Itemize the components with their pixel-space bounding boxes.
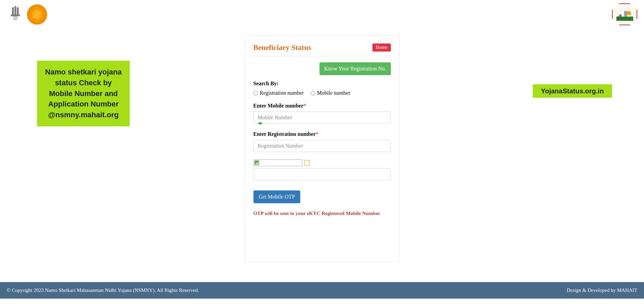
mobile-field-group: Enter Mobile number*	[253, 103, 391, 124]
svg-point-9	[627, 11, 631, 15]
svg-point-10	[618, 17, 619, 19]
registration-label: Enter Registration number*	[253, 131, 391, 137]
maharashtra-seal-icon	[27, 4, 47, 25]
know-registration-row: Know Your Registration No.	[253, 62, 391, 75]
registration-field-group: Enter Registration number*	[253, 131, 391, 152]
scheme-logo-icon	[612, 3, 637, 25]
right-banner-text: YojanaStatus.org.in	[541, 87, 604, 95]
get-otp-button[interactable]: Get Mobile OTP	[253, 190, 301, 203]
mobile-radio[interactable]	[311, 91, 315, 95]
mobile-radio-label: Mobile number	[317, 90, 350, 96]
mobile-label: Enter Mobile number*	[253, 103, 391, 109]
svg-rect-2	[14, 6, 16, 15]
page-footer: © Copyright 2023 Namo Shetkari Mahasanma…	[0, 282, 644, 299]
know-registration-button[interactable]: Know Your Registration No.	[319, 62, 391, 75]
registration-number-input[interactable]	[253, 140, 391, 152]
broken-image-icon	[254, 160, 259, 165]
india-emblem-icon	[7, 3, 24, 25]
registration-radio-label: Registration number	[260, 90, 304, 96]
card-header: Beneficiary Status Home	[253, 43, 391, 56]
captcha-image-row	[253, 159, 391, 166]
captcha-refresh-icon[interactable]	[304, 160, 310, 165]
left-info-banner: Namo shetkari yojana status Check by Mob…	[37, 61, 130, 126]
beneficiary-status-card: Beneficiary Status Home Know Your Regist…	[245, 35, 400, 262]
mobile-input-wrap	[253, 112, 391, 124]
otp-info-note: OTP will be sent to your eKYC Registered…	[253, 211, 391, 216]
header-left-logos	[7, 3, 47, 25]
page-header	[0, 0, 644, 29]
validation-indicator-icon	[258, 122, 262, 124]
captcha-input-row	[253, 168, 391, 180]
registration-radio[interactable]	[253, 91, 258, 95]
left-banner-text: Namo shetkari yojana status Check by Mob…	[44, 67, 123, 120]
footer-copyright: © Copyright 2023 Namo Shetkari Mahasanma…	[7, 287, 199, 293]
svg-rect-8	[624, 11, 627, 17]
registration-label-text: Enter Registration number	[253, 131, 316, 137]
search-by-radio-group: Registration number Mobile number	[253, 90, 391, 96]
home-button[interactable]: Home	[372, 43, 391, 52]
captcha-input[interactable]	[253, 168, 391, 180]
footer-credits: Design & Developed by MAHAIT	[567, 287, 637, 293]
required-asterisk: *	[316, 131, 318, 137]
search-by-label: Search By:	[253, 81, 391, 87]
mobile-number-input[interactable]	[253, 112, 391, 124]
svg-rect-1	[12, 7, 13, 15]
captcha-image-placeholder	[253, 159, 302, 166]
svg-point-11	[620, 17, 621, 19]
mobile-label-text: Enter Mobile number	[253, 103, 304, 109]
card-title: Beneficiary Status	[253, 43, 311, 52]
main-content: Namo shetkari yojana status Check by Mob…	[0, 29, 644, 282]
required-asterisk: *	[304, 103, 306, 109]
radio-option-mobile[interactable]: Mobile number	[311, 90, 350, 96]
right-brand-banner: YojanaStatus.org.in	[533, 84, 612, 98]
radio-option-registration[interactable]: Registration number	[253, 90, 304, 96]
svg-rect-3	[17, 7, 19, 15]
